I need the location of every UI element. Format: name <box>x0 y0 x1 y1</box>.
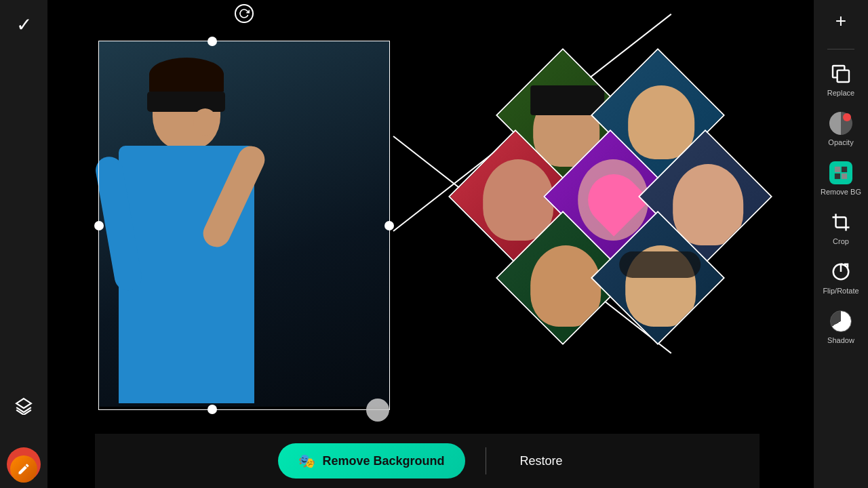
flip-rotate-tool[interactable]: Flip/Rotate <box>814 254 868 300</box>
remove-bg-tool-icon <box>829 161 853 185</box>
divider <box>827 49 854 49</box>
left-toolbar: ✓ <box>0 0 47 488</box>
right-toolbar: + Replace Opacity <box>814 0 868 488</box>
replace-tool[interactable]: Replace <box>814 56 868 102</box>
crop-label: Crop <box>833 237 849 245</box>
flip-rotate-icon <box>829 260 853 284</box>
bottom-bar: 🎭 Remove Background Restore <box>95 434 760 488</box>
remove-bg-label: Remove BG <box>821 188 861 196</box>
crop-tool[interactable]: Crop <box>814 205 868 251</box>
svg-rect-3 <box>835 167 840 172</box>
collage-area <box>380 54 760 407</box>
flip-rotate-label: Flip/Rotate <box>823 287 859 295</box>
replace-icon <box>829 62 853 86</box>
brush-tool-indicator[interactable] <box>10 455 37 483</box>
restore-button[interactable]: Restore <box>507 445 576 478</box>
confirm-button[interactable]: ✓ <box>16 14 32 36</box>
remove-background-button[interactable]: 🎭 Remove Background <box>278 443 465 479</box>
svg-rect-4 <box>842 167 847 172</box>
layers-icon[interactable] <box>15 397 33 419</box>
svg-rect-2 <box>837 70 849 82</box>
svg-rect-5 <box>835 174 840 179</box>
shadow-label: Shadow <box>827 336 854 344</box>
shadow-icon <box>829 309 853 333</box>
rotate-handle[interactable] <box>235 4 254 23</box>
shadow-tool[interactable]: Shadow <box>814 304 868 350</box>
replace-label: Replace <box>827 89 854 97</box>
separator <box>486 447 486 474</box>
add-button[interactable]: + <box>835 10 846 32</box>
opacity-label: Opacity <box>828 138 853 146</box>
svg-rect-6 <box>842 174 847 179</box>
crop-icon <box>829 210 853 235</box>
person-image[interactable] <box>98 41 390 407</box>
svg-marker-0 <box>16 399 31 408</box>
remove-background-label: Remove Background <box>322 454 444 468</box>
opacity-tool[interactable]: Opacity <box>814 106 868 152</box>
canvas-area: 🎭 Remove Background Restore <box>47 0 814 488</box>
remove-bg-tool[interactable]: Remove BG <box>814 155 868 201</box>
opacity-icon <box>829 111 853 136</box>
restore-label: Restore <box>520 454 563 468</box>
remove-bg-icon: 🎭 <box>298 453 315 469</box>
